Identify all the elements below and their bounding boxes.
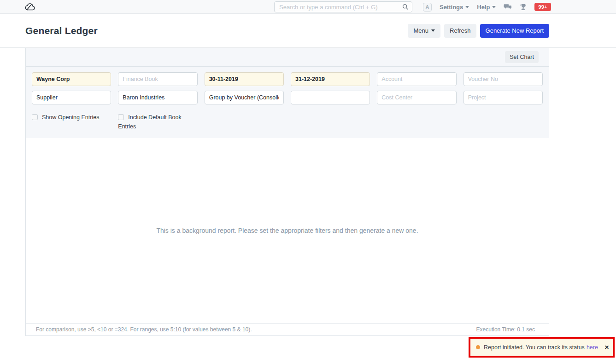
page-header: General Ledger Menu Refresh Generate New…	[0, 14, 616, 48]
background-report-message: This is a background report. Please set …	[156, 227, 418, 234]
generate-new-report-label: Generate New Report	[486, 27, 544, 34]
comparison-hint: For comparison, use >5, <10 or =324. For…	[36, 326, 252, 333]
party-filter[interactable]	[118, 91, 197, 104]
to-date-filter[interactable]	[291, 72, 370, 86]
page-title: General Ledger	[25, 25, 98, 36]
report-initiated-toast: Report initiated. You can track its stat…	[470, 339, 613, 356]
show-opening-entries-label: Show Opening Entries	[42, 114, 99, 121]
app-logo-icon[interactable]	[25, 2, 36, 13]
voucher-no-filter[interactable]	[463, 72, 543, 86]
generate-new-report-button[interactable]: Generate New Report	[480, 24, 549, 38]
set-chart-button[interactable]: Set Chart	[505, 51, 539, 63]
filter-row-2	[32, 91, 543, 104]
menu-button[interactable]: Menu	[408, 24, 440, 38]
page-actions: Menu Refresh Generate New Report	[408, 24, 549, 38]
track-status-link[interactable]: here	[587, 344, 598, 351]
finance-book-filter[interactable]	[118, 72, 197, 86]
group-by-filter[interactable]	[205, 91, 284, 104]
from-date-filter[interactable]	[205, 72, 284, 86]
search-icon[interactable]	[402, 4, 409, 12]
top-navbar: A Settings Help 99+	[0, 0, 616, 14]
settings-dropdown[interactable]: Settings	[440, 4, 469, 11]
filter-section: Show Opening Entries Include Default Boo…	[26, 67, 549, 138]
refresh-button-label: Refresh	[450, 27, 471, 34]
party-type-filter[interactable]	[32, 91, 111, 104]
help-label: Help	[477, 4, 490, 11]
company-filter[interactable]	[32, 72, 111, 86]
project-filter[interactable]	[463, 91, 543, 104]
settings-label: Settings	[440, 4, 463, 11]
navbar-actions: A Settings Help 99+	[423, 0, 551, 14]
menu-button-label: Menu	[413, 27, 428, 34]
help-dropdown[interactable]: Help	[477, 4, 496, 11]
report-toolbar: Set Chart	[26, 48, 549, 67]
include-default-book-entries-box[interactable]	[118, 114, 124, 120]
search-input[interactable]	[274, 1, 412, 12]
refresh-button[interactable]: Refresh	[444, 24, 476, 38]
report-panel: Set Chart Show Opening Entries Include D…	[25, 48, 549, 336]
execution-time: Execution Time: 0.1 sec	[476, 326, 535, 333]
chevron-down-icon	[431, 29, 435, 32]
report-body: This is a background report. Please set …	[26, 138, 549, 323]
include-default-book-entries-checkbox[interactable]: Include Default Book Entries	[118, 113, 197, 131]
user-avatar[interactable]: A	[423, 3, 432, 12]
global-search	[274, 1, 412, 12]
account-filter[interactable]	[377, 72, 456, 86]
chevron-down-icon	[492, 6, 496, 8]
chevron-down-icon	[465, 6, 469, 8]
filter-checkbox-row: Show Opening Entries Include Default Boo…	[32, 113, 543, 131]
close-icon[interactable]: ✕	[598, 344, 609, 351]
include-default-book-entries-label: Include Default Book Entries	[118, 114, 181, 130]
trophy-icon[interactable]	[520, 4, 527, 11]
filter-row-1	[32, 72, 543, 86]
toast-message: Report initiated. You can track its stat…	[484, 344, 585, 351]
notifications-badge[interactable]: 99+	[534, 3, 551, 11]
show-opening-entries-box[interactable]	[32, 114, 38, 120]
chat-icon[interactable]	[504, 4, 512, 11]
report-footer: For comparison, use >5, <10 or =324. For…	[26, 323, 549, 335]
empty-filter[interactable]	[291, 91, 370, 104]
status-dot-icon	[476, 345, 480, 349]
show-opening-entries-checkbox[interactable]: Show Opening Entries	[32, 113, 111, 131]
annotation-highlight-box: Report initiated. You can track its stat…	[469, 337, 615, 358]
cost-center-filter[interactable]	[377, 91, 456, 104]
